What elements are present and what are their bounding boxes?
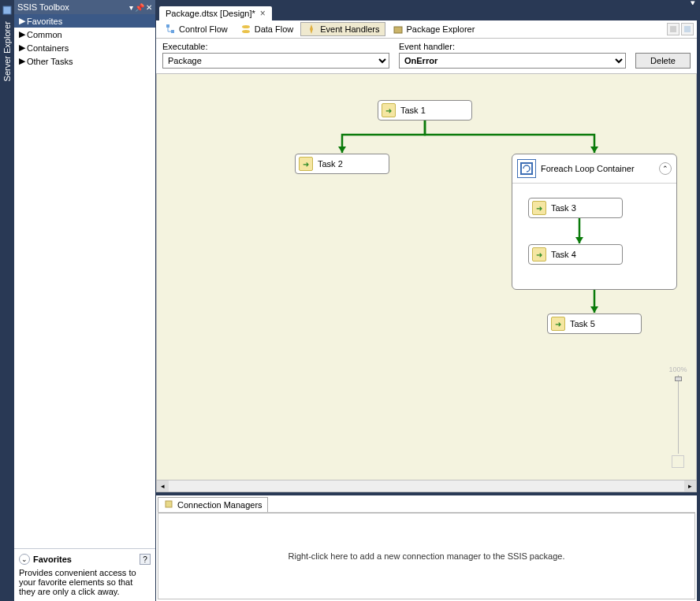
task-node-task2[interactable]: ➜ Task 2: [295, 154, 389, 174]
zoom-percent: 100%: [668, 365, 687, 373]
toolbox-header: SSIS Toolbox ▾ 📌 ✕: [14, 0, 155, 14]
svg-marker-10: [590, 147, 598, 153]
tab-connection-managers[interactable]: Connection Managers: [158, 497, 268, 512]
toolbox-item-common[interactable]: ▶Common: [14, 28, 155, 41]
connection-managers-icon: [163, 499, 174, 511]
designer-canvas[interactable]: ➜ Task 1 ➜ Task 2 Foreach Loop Container…: [156, 73, 697, 492]
event-handlers-icon: [306, 24, 317, 35]
designer-tab-label: Control Flow: [179, 24, 228, 34]
scroll-left-icon[interactable]: ◂: [157, 480, 169, 492]
svg-marker-13: [575, 237, 583, 243]
task-label: Task 2: [318, 159, 343, 169]
event-handler-label: Event handler:: [399, 42, 626, 51]
toolbox-description: ⌄ Favorites ? Provides convenient access…: [14, 548, 155, 601]
toolbox-dropdown-icon[interactable]: ▾: [129, 3, 133, 12]
toolbox-pin-icon[interactable]: 📌: [135, 3, 144, 12]
collapse-icon[interactable]: ⌃: [659, 162, 672, 175]
connection-managers-label: Connection Managers: [177, 500, 262, 510]
task-node-task3[interactable]: ➜ Task 3: [528, 198, 623, 218]
svg-rect-7: [670, 26, 676, 32]
svg-marker-11: [590, 306, 598, 313]
svg-rect-14: [166, 501, 172, 507]
toolbox-desc-text: Provides convenient access to your favor…: [19, 568, 151, 596]
server-explorer-label: Server Explorer: [2, 19, 12, 83]
parameters-icon[interactable]: [667, 23, 680, 35]
ssis-toolbox-panel: SSIS Toolbox ▾ 📌 ✕ ▶Favorites ▶Common ▶C…: [14, 0, 156, 601]
connection-managers-panel: Connection Managers Right-click here to …: [156, 492, 697, 601]
toolbox-item-favorites[interactable]: ▶Favorites: [14, 14, 155, 28]
executable-label: Executable:: [162, 42, 389, 51]
task-label: Task 5: [570, 319, 595, 328]
delete-button[interactable]: Delete: [635, 53, 691, 69]
zoom-fit-icon[interactable]: [672, 455, 684, 468]
designer-tab-label: Event Handlers: [320, 24, 379, 34]
toolbox-item-other-tasks[interactable]: ▶Other Tasks: [14, 54, 155, 68]
toolbox-list: ▶Favorites ▶Common ▶Containers ▶Other Ta…: [14, 14, 155, 548]
task-label: Task 4: [551, 250, 576, 259]
horizontal-scrollbar[interactable]: ◂ ▸: [157, 480, 696, 492]
svg-rect-8: [684, 26, 691, 32]
svg-marker-5: [310, 24, 313, 34]
svg-rect-0: [3, 6, 11, 14]
zoom-thumb[interactable]: [675, 377, 682, 381]
task-node-task1[interactable]: ➜ Task 1: [378, 100, 472, 121]
svg-point-3: [242, 25, 250, 28]
task-label: Task 1: [400, 106, 426, 115]
toolbox-item-label: Common: [27, 30, 62, 39]
chevron-down-icon[interactable]: ⌄: [19, 554, 30, 565]
server-icon: [2, 5, 13, 16]
document-body: Control Flow Data Flow Event Handlers Pa…: [156, 20, 697, 601]
svg-rect-12: [521, 163, 532, 174]
server-explorer-strip[interactable]: Server Explorer: [0, 0, 14, 601]
scroll-right-icon[interactable]: ▸: [684, 480, 696, 492]
designer-tab-label: Package Explorer: [407, 24, 475, 34]
document-tab[interactable]: Package.dtsx [Design]* ×: [159, 6, 272, 20]
variables-icon[interactable]: [681, 23, 694, 35]
toolbox-item-label: Other Tasks: [27, 57, 73, 66]
toolbox-item-label: Favorites: [27, 17, 62, 26]
zoom-track[interactable]: [678, 375, 679, 454]
task-icon: ➜: [551, 317, 565, 331]
data-flow-icon: [240, 24, 251, 35]
event-handler-select[interactable]: OnError: [399, 53, 626, 69]
designer-tab-strip: Control Flow Data Flow Event Handlers Pa…: [156, 20, 697, 39]
tab-event-handlers[interactable]: Event Handlers: [300, 22, 385, 36]
task-icon: ➜: [532, 247, 546, 262]
toolbox-desc-title: Favorites: [33, 555, 72, 564]
connection-managers-body[interactable]: Right-click here to add a new connection…: [158, 513, 695, 599]
task-node-task5[interactable]: ➜ Task 5: [547, 313, 642, 334]
toolbox-title: SSIS Toolbox: [17, 2, 129, 12]
control-flow-icon: [165, 24, 176, 35]
svg-rect-6: [394, 27, 402, 33]
task-icon: ➜: [532, 201, 546, 215]
close-icon[interactable]: ×: [260, 9, 266, 18]
connection-managers-hint: Right-click here to add a new connection…: [289, 551, 565, 561]
svg-point-4: [242, 30, 250, 33]
tab-data-flow[interactable]: Data Flow: [235, 22, 300, 36]
container-label: Foreach Loop Container: [541, 164, 635, 173]
svg-rect-2: [171, 30, 174, 33]
tab-control-flow[interactable]: Control Flow: [159, 22, 233, 36]
foreach-loop-container[interactable]: Foreach Loop Container ⌃ ➜ Task 3: [512, 154, 677, 290]
package-explorer-icon: [393, 24, 404, 35]
document-tab-strip: Package.dtsx [Design]* ×: [156, 5, 700, 20]
tab-package-explorer[interactable]: Package Explorer: [387, 22, 481, 36]
toolbox-close-icon[interactable]: ✕: [146, 3, 152, 12]
toolbox-item-label: Containers: [27, 43, 69, 53]
task-icon: ➜: [299, 157, 313, 171]
task-icon: ➜: [382, 103, 396, 117]
help-icon[interactable]: ?: [140, 554, 151, 565]
task-label: Task 3: [551, 203, 576, 213]
svg-rect-1: [166, 24, 169, 28]
svg-marker-9: [338, 147, 346, 153]
foreach-loop-icon: [517, 159, 536, 178]
task-node-task4[interactable]: ➜ Task 4: [528, 244, 623, 265]
zoom-slider[interactable]: 100%: [666, 365, 690, 468]
executable-select[interactable]: Package: [162, 53, 389, 69]
toolbox-item-containers[interactable]: ▶Containers: [14, 41, 155, 54]
designer-tab-label: Data Flow: [255, 24, 294, 34]
event-handler-selectors: Executable: Package Event handler: OnErr…: [156, 39, 697, 73]
main-area: ▾ Package.dtsx [Design]* × Control Flow …: [156, 0, 700, 601]
document-tab-label: Package.dtsx [Design]*: [166, 9, 255, 18]
